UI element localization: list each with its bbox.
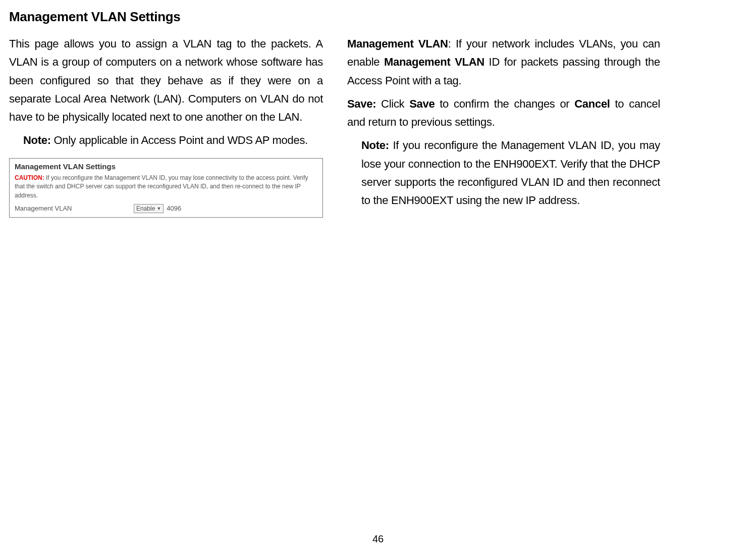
save-bold1: Save	[409, 97, 435, 110]
content-columns: This page allows you to assign a VLAN ta…	[9, 35, 747, 218]
mvlan-label: Management VLAN	[347, 37, 448, 50]
page-title: Management VLAN Settings	[9, 9, 747, 25]
right-note-text: If you reconfigure the Management VLAN I…	[361, 139, 660, 207]
right-note-label: Note:	[361, 139, 389, 152]
vlan-setting-row: Management VLAN Enable ▼ 4096	[10, 202, 322, 217]
mvlan-bold: Management VLAN	[384, 56, 484, 68]
caution-label: CAUTION:	[15, 174, 44, 181]
right-note-paragraph: Note: If you reconfigure the Management …	[347, 136, 660, 210]
note-label: Note:	[23, 134, 51, 146]
intro-paragraph: This page allows you to assign a VLAN ta…	[9, 35, 323, 126]
note-text: Only applicable in Access Point and WDS …	[51, 134, 308, 146]
save-pre: Click	[376, 97, 409, 110]
chevron-down-icon: ▼	[156, 206, 161, 211]
left-column: This page allows you to assign a VLAN ta…	[9, 35, 323, 218]
save-label: Save:	[347, 97, 376, 110]
settings-panel: Management VLAN Settings CAUTION: If you…	[9, 158, 323, 218]
save-mid: to confirm the changes or	[435, 97, 574, 110]
vlan-id-value: 4096	[167, 205, 181, 212]
select-value: Enable	[136, 205, 155, 212]
save-bold2: Cancel	[574, 97, 610, 110]
save-paragraph: Save: Click Save to confirm the changes …	[347, 95, 660, 132]
right-column: Management VLAN: If your network include…	[347, 35, 660, 218]
page-number: 46	[0, 533, 756, 545]
mvlan-paragraph: Management VLAN: If your network include…	[347, 35, 660, 90]
vlan-setting-label: Management VLAN	[15, 205, 131, 212]
panel-title: Management VLAN Settings	[10, 159, 322, 173]
caution-row: CAUTION: If you reconfigure the Manageme…	[10, 173, 322, 202]
caution-text: If you reconfigure the Management VLAN I…	[15, 174, 308, 199]
note-paragraph: Note: Only applicable in Access Point an…	[9, 131, 323, 149]
vlan-enable-select[interactable]: Enable ▼	[134, 204, 164, 213]
